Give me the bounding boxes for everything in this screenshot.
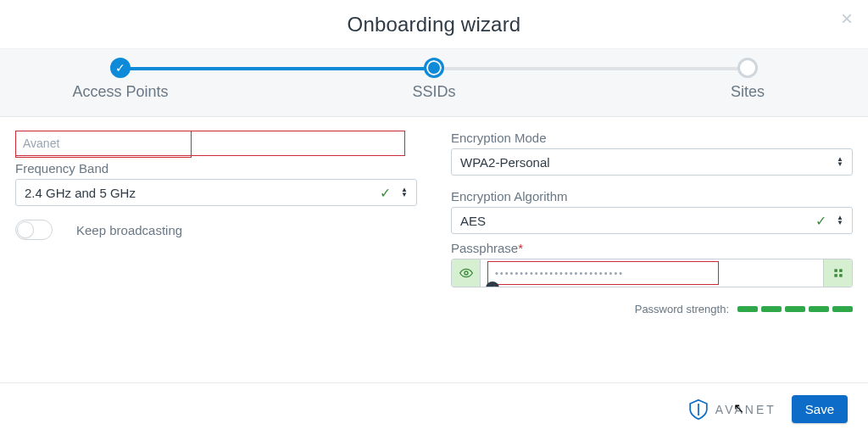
stepper: ✓ Access Points SSIDs Sites bbox=[0, 49, 868, 117]
encryption-mode-label: Encryption Mode bbox=[451, 131, 853, 145]
step-label: SSIDs bbox=[358, 83, 510, 101]
svg-rect-2 bbox=[839, 269, 843, 272]
password-strength: Password strength: bbox=[451, 303, 853, 315]
step-label: Sites bbox=[671, 83, 824, 101]
broadcast-label: Keep broadcasting bbox=[76, 223, 182, 237]
select-value: WPA2-Personal bbox=[460, 155, 550, 170]
step-label: Access Points bbox=[44, 83, 197, 101]
encryption-mode-select[interactable]: WPA2-Personal ▲▼ bbox=[451, 148, 853, 176]
select-value: AES bbox=[460, 214, 486, 228]
footer: AVANET Save ↖ bbox=[0, 382, 868, 435]
strength-bars bbox=[737, 306, 853, 312]
shield-icon bbox=[687, 398, 710, 421]
broadcast-toggle[interactable] bbox=[15, 220, 53, 240]
svg-rect-1 bbox=[834, 269, 837, 272]
svg-point-0 bbox=[465, 271, 468, 275]
frequency-band-select[interactable]: 2.4 GHz and 5 GHz ✓ ▲▼ bbox=[15, 179, 417, 206]
eye-icon[interactable] bbox=[452, 259, 481, 287]
page-title: Onboarding wizard bbox=[348, 13, 521, 36]
brand-logo: AVANET bbox=[687, 398, 776, 421]
check-icon: ✓ bbox=[815, 213, 826, 229]
chevron-updown-icon: ▲▼ bbox=[837, 215, 843, 226]
ssid-input[interactable] bbox=[15, 131, 405, 156]
chevron-updown-icon: ▲▼ bbox=[401, 187, 408, 198]
save-button[interactable]: Save bbox=[792, 395, 848, 423]
check-icon: ✓ bbox=[380, 185, 391, 201]
left-column: Frequency Band 2.4 GHz and 5 GHz ✓ ▲▼ Ke… bbox=[15, 131, 417, 315]
right-column: Encryption Mode WPA2-Personal ▲▼ Encrypt… bbox=[451, 131, 853, 315]
toggle-knob bbox=[17, 221, 34, 238]
close-icon[interactable]: × bbox=[841, 7, 853, 31]
passphrase-dots: •••••••••••••••••••••••••• bbox=[495, 268, 624, 278]
check-icon: ✓ bbox=[110, 58, 131, 78]
generate-icon[interactable] bbox=[823, 259, 852, 287]
frequency-band-label: Frequency Band bbox=[15, 161, 417, 176]
step-ssids[interactable]: SSIDs bbox=[358, 58, 510, 101]
select-value: 2.4 GHz and 5 GHz bbox=[25, 186, 136, 200]
chevron-updown-icon: ▲▼ bbox=[837, 157, 843, 167]
strength-label: Password strength: bbox=[635, 303, 729, 315]
encryption-algo-select[interactable]: AES ✓ ▲▼ bbox=[451, 207, 853, 234]
dot-current-icon bbox=[424, 58, 444, 78]
dot-todo-icon bbox=[737, 58, 758, 78]
svg-rect-4 bbox=[839, 274, 843, 277]
brand-text: AVANET bbox=[715, 403, 776, 416]
encryption-algo-label: Encryption Algorithm bbox=[451, 189, 853, 204]
passphrase-row: •••••••••••••••••••••••••• ✓ bbox=[451, 259, 853, 287]
svg-rect-3 bbox=[834, 274, 837, 277]
passphrase-label: Passphrase* bbox=[451, 241, 853, 255]
wizard-header: Onboarding wizard × bbox=[0, 0, 868, 49]
form-content: Frequency Band 2.4 GHz and 5 GHz ✓ ▲▼ Ke… bbox=[0, 117, 868, 322]
step-access-points[interactable]: ✓ Access Points bbox=[44, 58, 197, 101]
step-sites[interactable]: Sites bbox=[671, 58, 824, 101]
passphrase-input[interactable]: •••••••••••••••••••••••••• ✓ bbox=[481, 259, 823, 287]
